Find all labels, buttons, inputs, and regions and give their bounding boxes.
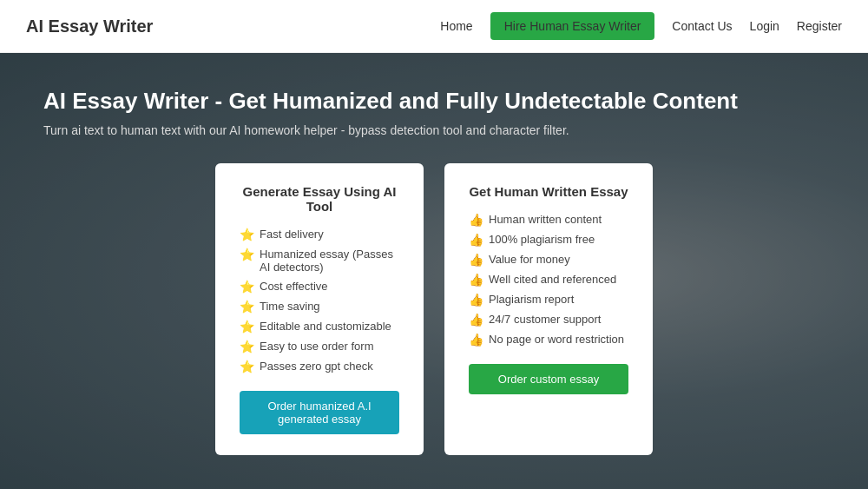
hero-content: AI Essay Writer - Get Humanized and Full… — [43, 88, 825, 455]
human-feature-7: 👍No page or word restriction — [469, 333, 628, 347]
human-feature-4: 👍Well cited and referenced — [469, 273, 628, 287]
human-star-2: 👍 — [469, 233, 483, 247]
human-card-title: Get Human Written Essay — [469, 184, 628, 199]
star-icon-5: ⭐ — [240, 320, 254, 334]
nav-hire[interactable]: Hire Human Essay Writer — [490, 12, 655, 40]
star-icon-7: ⭐ — [240, 360, 254, 373]
star-icon-2: ⭐ — [240, 248, 254, 261]
ai-feature-6: ⭐Easy to use order form — [240, 340, 399, 354]
human-card: Get Human Written Essay 👍Human written c… — [444, 163, 653, 455]
navbar: AI Essay Writer Home Hire Human Essay Wr… — [0, 0, 868, 53]
nav-contact[interactable]: Contact Us — [672, 19, 732, 33]
brand-logo: AI Essay Writer — [26, 17, 153, 36]
human-feature-6: 👍24/7 customer support — [469, 313, 628, 327]
nav-links: Home Hire Human Essay Writer Contact Us … — [440, 12, 842, 40]
star-icon-1: ⭐ — [240, 228, 254, 241]
star-icon-3: ⭐ — [240, 280, 254, 294]
nav-login[interactable]: Login — [750, 19, 779, 33]
human-star-4: 👍 — [469, 273, 483, 287]
human-features-list: 👍Human written content 👍100% plagiarism … — [469, 213, 628, 347]
human-feature-2: 👍100% plagiarism free — [469, 233, 628, 247]
nav-register[interactable]: Register — [797, 19, 842, 33]
human-star-1: 👍 — [469, 213, 483, 227]
ai-feature-7: ⭐Passes zero gpt check — [240, 360, 399, 373]
human-star-7: 👍 — [469, 333, 483, 347]
human-feature-3: 👍Value for money — [469, 253, 628, 267]
ai-feature-5: ⭐Editable and customizable — [240, 320, 399, 334]
ai-features-list: ⭐Fast delivery ⭐Humanized essay (Passes … — [240, 228, 399, 373]
star-icon-4: ⭐ — [240, 300, 254, 314]
ai-feature-3: ⭐Cost effective — [240, 280, 399, 294]
human-star-6: 👍 — [469, 313, 483, 327]
order-human-button[interactable]: Order custom essay — [469, 364, 628, 394]
human-feature-1: 👍Human written content — [469, 213, 628, 227]
ai-feature-2: ⭐Humanized essay (Passes AI detectors) — [240, 248, 399, 274]
ai-card: Generate Essay Using AI Tool ⭐Fast deliv… — [215, 163, 424, 455]
hero-section: AI Essay Writer - Get Humanized and Full… — [0, 53, 868, 489]
cards-row: Generate Essay Using AI Tool ⭐Fast deliv… — [43, 163, 825, 455]
nav-home[interactable]: Home — [440, 19, 472, 33]
hero-subtitle: Turn ai text to human text with our AI h… — [43, 123, 825, 137]
ai-feature-4: ⭐Time saving — [240, 300, 399, 314]
ai-feature-1: ⭐Fast delivery — [240, 228, 399, 241]
order-ai-button[interactable]: Order humanized A.I generated essay — [240, 391, 399, 434]
human-feature-5: 👍Plagiarism report — [469, 293, 628, 307]
star-icon-6: ⭐ — [240, 340, 254, 354]
ai-card-title: Generate Essay Using AI Tool — [240, 184, 399, 214]
human-star-3: 👍 — [469, 253, 483, 267]
hero-title: AI Essay Writer - Get Humanized and Full… — [43, 88, 825, 115]
human-star-5: 👍 — [469, 293, 483, 307]
